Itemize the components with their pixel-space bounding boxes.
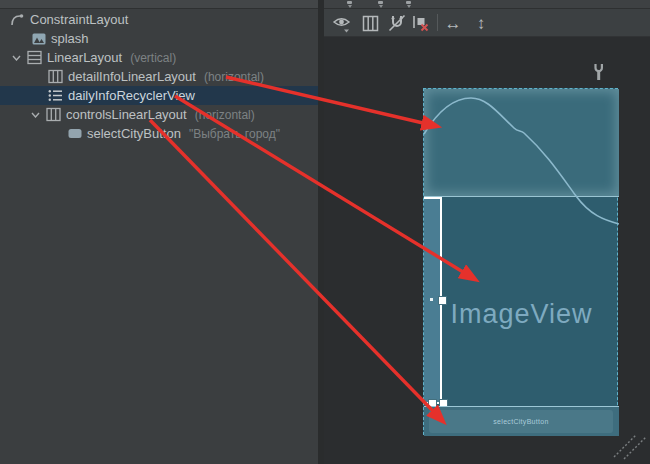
tree-item-label: detailInfoLinearLayout (68, 69, 196, 84)
tree-item-label: controlsLinearLayout (66, 107, 187, 122)
tree-item-label: dailyInfoRecyclerView (68, 88, 195, 103)
tree-item-meta: (horizontal) (195, 108, 255, 122)
select-city-button-label: selectCityButton (493, 418, 548, 425)
tree-item-label: LinearLayout (47, 50, 122, 65)
linear-layout-vertical-icon (27, 50, 42, 65)
canvas-resize-grip[interactable] (610, 433, 650, 461)
cropped-dropdown-icon[interactable] (346, 1, 354, 6)
design-canvas[interactable]: ImageView selectCityButton (324, 37, 650, 464)
image-icon (32, 33, 46, 45)
design-surface-panel: ↔ ↕ ImageView (324, 0, 650, 464)
eye-icon (332, 14, 352, 33)
tree-item-meta: (vertical) (130, 51, 176, 65)
clear-constraints-button[interactable] (410, 13, 430, 33)
anchor-dot (430, 298, 433, 301)
resize-vertical-button[interactable]: ↕ (471, 13, 491, 33)
select-city-button-preview[interactable]: selectCityButton (429, 410, 613, 433)
recycler-view-icon (48, 89, 63, 102)
chevron-down-icon[interactable] (12, 55, 21, 61)
vertical-arrow-icon: ↕ (477, 15, 486, 32)
linear-layout-horizontal-icon (46, 107, 61, 122)
chevron-down-icon[interactable] (31, 112, 40, 118)
resize-horizontal-button[interactable]: ↔ (443, 13, 463, 33)
resize-handle-right[interactable] (438, 296, 447, 305)
phone-preview[interactable]: ImageView selectCityButton (423, 88, 618, 435)
detail-info-linear-layout-preview[interactable] (424, 89, 619, 196)
component-tree-panel: ConstraintLayout splash LinearLayout (ve… (0, 0, 318, 464)
columns-icon (362, 15, 379, 32)
view-options-button[interactable] (332, 13, 352, 33)
autoconnect-off-button[interactable] (387, 13, 407, 33)
controls-linear-layout-preview[interactable]: selectCityButton (424, 406, 619, 436)
wrench-icon[interactable] (592, 62, 606, 82)
tree-panel-header-strip (0, 0, 318, 9)
tree-item-label: ConstraintLayout (30, 12, 128, 27)
design-toolbar: ↔ ↕ (324, 9, 650, 37)
button-icon (68, 128, 82, 139)
tree-item-label: selectCityButton (87, 126, 181, 141)
tree-item-meta: (horizontal) (204, 70, 264, 84)
clear-constraints-icon (411, 14, 430, 33)
tree-item-meta: "Выбрать город" (189, 127, 280, 141)
tree-item-splash[interactable]: splash (0, 29, 350, 48)
tree-item-label: splash (51, 31, 89, 46)
tree-item-constraintlayout[interactable]: ConstraintLayout (0, 10, 328, 29)
horizontal-arrow-icon: ↔ (445, 15, 462, 32)
design-header-strip (324, 0, 650, 9)
magnet-off-icon (387, 13, 407, 33)
cropped-dropdown-icon[interactable] (377, 1, 385, 6)
layout-variants-button[interactable] (360, 13, 380, 33)
imageview-label: ImageView (424, 299, 619, 330)
toolbar-separator (437, 14, 438, 31)
constraint-layout-icon (10, 12, 25, 27)
tree-item-controlslinearlayout[interactable]: controlsLinearLayout (horizontal) (0, 105, 349, 124)
tree-item-detailinfolinearlayout[interactable]: detailInfoLinearLayout (horizontal) (0, 67, 366, 86)
tree-item-linearlayout[interactable]: LinearLayout (vertical) (0, 48, 330, 67)
cropped-dropdown-icon[interactable] (405, 1, 413, 6)
tree-item-dailyinforecyclerview[interactable]: dailyInfoRecyclerView (0, 86, 366, 105)
linear-layout-horizontal-icon (48, 69, 63, 84)
